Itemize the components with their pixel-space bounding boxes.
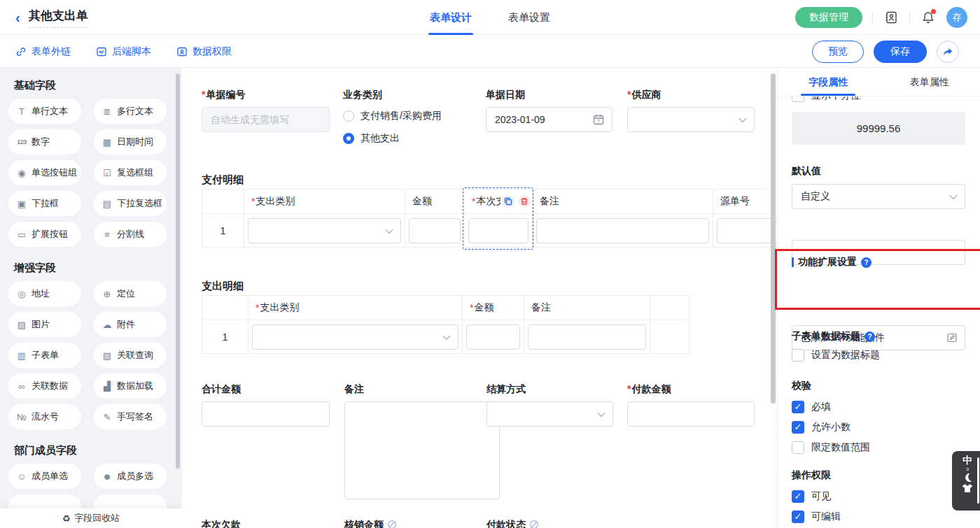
chevron-down-icon: [385, 225, 393, 233]
sidebar-item-number[interactable]: 123数字: [8, 129, 81, 155]
field-recycle-bin[interactable]: ♻ 字段回收站: [0, 508, 182, 528]
translate-icon[interactable]: 中: [962, 455, 972, 466]
expense-type-cell[interactable]: [248, 320, 462, 354]
calendar-icon[interactable]: 7: [592, 113, 605, 128]
sidebar-item-related-query[interactable]: ▧关联查询: [94, 343, 167, 368]
column-header-remark[interactable]: 备注: [532, 189, 713, 214]
allow-decimal-checkbox[interactable]: 允许小数: [792, 420, 965, 434]
share-button[interactable]: [937, 41, 959, 63]
radio-option-other-expense[interactable]: 其他支出: [343, 132, 400, 145]
page-scrollbar[interactable]: [977, 457, 979, 504]
sidebar-item-divider[interactable]: ≡分割线: [94, 222, 167, 247]
divider: [909, 12, 910, 23]
delete-column-icon[interactable]: [518, 195, 531, 208]
permission-icon: [176, 46, 188, 57]
translate-float-widget[interactable]: 中 ɔ: [952, 451, 980, 511]
data-manage-button[interactable]: 数据管理: [795, 7, 862, 28]
remark-textarea[interactable]: [344, 401, 500, 499]
sidebar-item-related-data[interactable]: ∞关联数据: [8, 373, 81, 399]
copy-column-icon[interactable]: [502, 195, 514, 208]
help-icon[interactable]: ?: [864, 331, 875, 342]
remark-cell[interactable]: [524, 320, 650, 354]
sidebar-item-member-single[interactable]: ☺成员单选: [8, 464, 81, 489]
sidebar-item-extend-button[interactable]: ▭扩展按钮: [8, 222, 81, 247]
column-header-current-pay[interactable]: 本次支: [464, 189, 532, 214]
section-marker: [792, 257, 794, 267]
sidebar-item-location[interactable]: ⊕定位: [94, 281, 167, 306]
expense-type-cell[interactable]: [244, 214, 405, 248]
column-header-expense-type[interactable]: 支出类别: [248, 295, 462, 320]
supplier-select[interactable]: [627, 107, 755, 132]
plugin-section-title: 功能扩展设置 ?: [792, 256, 965, 269]
help-icon[interactable]: ?: [861, 257, 872, 268]
tshirt-icon[interactable]: [962, 483, 973, 493]
set-data-title-checkbox[interactable]: 设置为数据标题: [792, 348, 965, 362]
sidebar-item-multi-dropdown[interactable]: ▤下拉复选框: [94, 191, 167, 216]
pay-detail-table: 支出类别 金额 本次支 备注 源单号 1: [202, 189, 777, 248]
sidebar-item-serial-number[interactable]: №流水号: [8, 404, 81, 429]
link-icon: [15, 46, 27, 57]
settle-method-select[interactable]: [486, 401, 613, 427]
tab-form-settings[interactable]: 表单设置: [508, 0, 550, 35]
sidebar-item-datetime[interactable]: ▦日期时间: [94, 129, 167, 155]
doc-no-input[interactable]: [202, 107, 330, 132]
column-header-source-no[interactable]: 源单号: [713, 189, 777, 214]
formula-icon[interactable]: [529, 520, 539, 528]
data-load-icon: ▟: [101, 381, 113, 392]
multi-line-text-icon: ≣: [101, 106, 113, 117]
tab-form-properties[interactable]: 表单属性: [879, 68, 980, 96]
formula-icon[interactable]: [387, 520, 397, 528]
amount-cell[interactable]: [462, 320, 524, 354]
tab-form-design[interactable]: 表单设计: [430, 0, 472, 35]
remark-cell[interactable]: [532, 214, 713, 248]
sidebar-item-address[interactable]: ◎地址: [8, 281, 81, 306]
column-header-remark[interactable]: 备注: [524, 295, 650, 320]
editable-checkbox[interactable]: 可编辑: [792, 510, 965, 524]
back-icon[interactable]: ‹: [15, 10, 20, 24]
sidebar-scrollbar[interactable]: [176, 73, 180, 469]
sidebar-item-radio-group[interactable]: ◉单选按钮组: [8, 160, 81, 185]
required-checkbox[interactable]: 必填: [792, 400, 965, 414]
amount-cell[interactable]: [405, 214, 464, 248]
form-external-link[interactable]: 表单外链: [15, 45, 71, 58]
sidebar-item-attachment[interactable]: ☁附件: [94, 312, 167, 337]
sidebar-item-single-line-text[interactable]: T单行文本: [8, 99, 81, 124]
limit-range-checkbox[interactable]: 限定数值范围: [792, 441, 965, 455]
avatar[interactable]: 存: [946, 7, 967, 28]
sidebar-item-member-multi[interactable]: ☻成员多选: [94, 464, 167, 489]
top-bar: ‹ 其他支出单 表单设计 表单设置 数据管理 存: [0, 0, 980, 35]
radio-option-sales-purchase[interactable]: 支付销售/采购费用: [343, 110, 442, 122]
field-label-doc-date: 单据日期: [486, 89, 525, 101]
sidebar-item-image[interactable]: ▨图片: [8, 312, 81, 337]
single-line-text-icon: T: [15, 106, 28, 117]
address-book-icon[interactable]: [883, 9, 899, 26]
backend-script-link[interactable]: 后端脚本: [96, 45, 151, 58]
notification-bell-icon[interactable]: [920, 9, 937, 26]
current-pay-cell[interactable]: [464, 214, 532, 248]
tab-field-properties[interactable]: 字段属性: [778, 68, 879, 96]
visible-checkbox[interactable]: 可见: [792, 490, 965, 504]
column-header-amount[interactable]: 金额: [462, 295, 524, 320]
moon-icon[interactable]: [962, 472, 973, 483]
form-design-canvas: 单据编号 业务类别 支付销售/采购费用 其他支出 单据日期 7 供应商 支付明细…: [182, 68, 777, 528]
source-no-cell[interactable]: [713, 214, 777, 248]
canvas-scrollbar[interactable]: [771, 73, 776, 404]
default-value-select[interactable]: 自定义: [792, 184, 965, 209]
total-amount-input[interactable]: [202, 401, 330, 427]
sidebar-item-subform[interactable]: ▥子表单: [8, 343, 81, 368]
sidebar-item-signature[interactable]: ✎手写签名: [94, 404, 167, 429]
pay-amount-input[interactable]: [627, 401, 755, 427]
sidebar-item-dropdown[interactable]: ▣下拉框: [8, 191, 81, 216]
data-permission-link[interactable]: 数据权限: [176, 45, 232, 58]
sidebar-item-checkbox-group[interactable]: ☑复选框组: [94, 160, 167, 185]
sidebar-item-multi-line-text[interactable]: ≣多行文本: [94, 99, 167, 124]
notification-dot: [931, 9, 936, 14]
column-header-expense-type[interactable]: 支出类别: [244, 189, 405, 214]
checkbox-icon: ☑: [101, 168, 113, 178]
column-header-amount[interactable]: 金额: [405, 189, 464, 214]
sidebar-item-data-load[interactable]: ▟数据加载: [94, 373, 167, 399]
preview-button[interactable]: 预览: [812, 41, 864, 63]
checkbox-checked-icon: [792, 421, 804, 434]
save-button[interactable]: 保存: [874, 41, 927, 63]
chevron-down-icon: [738, 115, 746, 122]
